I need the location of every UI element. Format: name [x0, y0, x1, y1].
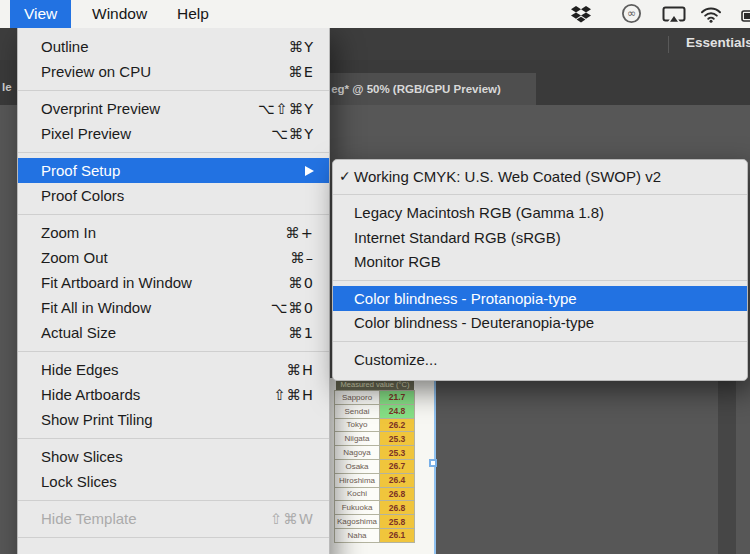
menu-item-lock-slices[interactable]: Lock Slices [18, 469, 329, 494]
submenu-item-monitor-rgb[interactable]: Monitor RGB [333, 250, 747, 275]
city-cell: Sapporo [334, 390, 380, 405]
menubar-item-view[interactable]: View [10, 0, 71, 28]
menu-separator [18, 90, 329, 91]
selection-handle[interactable] [429, 459, 437, 467]
city-cell: Osaka [334, 459, 380, 474]
menu-separator [18, 438, 329, 439]
menu-item-hide-artboards[interactable]: Hide Artboards⇧⌘H [18, 382, 329, 407]
view-menu: Outline⌘Y Preview on CPU⌘E Overprint Pre… [17, 28, 330, 554]
submenu-item-label: Legacy Macintosh RGB (Gamma 1.8) [354, 204, 735, 221]
table-row: Hiroshima26.4 [334, 473, 415, 488]
submenu-item-label: Working CMYK: U.S. Web Coated (SWOP) v2 [354, 168, 735, 185]
menu-item-shortcut: ⌘– [290, 250, 314, 266]
city-cell: Nagoya [334, 445, 380, 460]
menu-item-shortcut: ⇧⌘W [270, 511, 314, 527]
table-row: Osaka26.7 [334, 459, 415, 474]
submenu-item-label: Customize... [354, 351, 735, 368]
table-row: Nagoya25.3 [334, 445, 415, 460]
submenu-item-internet-standard-rgb[interactable]: Internet Standard RGB (sRGB) [333, 225, 747, 250]
temperature-table: Measured value (°C) Sapporo21.7 Sendai24… [334, 378, 415, 543]
value-cell: 25.3 [379, 431, 415, 446]
menu-item-label: Pixel Preview [41, 125, 271, 142]
menubar-item-window[interactable]: Window [78, 0, 161, 28]
table-row: Kochi26.8 [334, 487, 415, 502]
submenu-item-working-cmyk[interactable]: ✓Working CMYK: U.S. Web Coated (SWOP) v2 [333, 164, 747, 189]
menu-item-hide-template: Hide Template⇧⌘W [18, 506, 329, 531]
proof-setup-submenu: ✓Working CMYK: U.S. Web Coated (SWOP) v2… [332, 159, 748, 381]
menu-item-actual-size[interactable]: Actual Size⌘1 [18, 320, 329, 345]
city-cell: Tokyo [334, 418, 380, 433]
submenu-item-color-blindness-protanopia[interactable]: Color blindness - Protanopia-type [333, 286, 747, 311]
creative-cloud-icon[interactable]: ∞ [621, 3, 642, 28]
menu-item-label: Hide Edges [41, 361, 287, 378]
value-cell: 26.2 [379, 418, 415, 433]
menu-item-fit-all-in-window[interactable]: Fit All in Window⌥⌘0 [18, 295, 329, 320]
menu-item-label: Lock Slices [41, 473, 314, 490]
submenu-item-color-blindness-deuteranopia[interactable]: Color blindness - Deuteranopia-type [333, 311, 747, 336]
airplay-display-icon[interactable] [662, 6, 686, 28]
document-tab[interactable]: eg* @ 50% (RGB/GPU Preview) [296, 73, 536, 105]
menu-item-label: Overprint Preview [41, 100, 258, 117]
menu-item-show-slices[interactable]: Show Slices [18, 444, 329, 469]
value-cell: 24.8 [379, 404, 415, 419]
menubar-label: Window [92, 5, 147, 23]
menu-item-label: Hide Artboards [41, 386, 273, 403]
menu-item-label: Hide Template [41, 510, 270, 527]
city-cell: Sendai [334, 404, 380, 419]
city-cell: Fukuoka [334, 500, 380, 515]
city-cell: Niigata [334, 431, 380, 446]
menu-item-proof-colors[interactable]: Proof Colors [18, 183, 329, 208]
submenu-item-label: Color blindness - Protanopia-type [354, 290, 735, 307]
checkmark-icon: ✓ [339, 168, 354, 184]
menu-item-outline[interactable]: Outline⌘Y [18, 34, 329, 59]
menu-item-shortcut: ⌥⌘Y [271, 126, 314, 142]
menu-item-label: Fit All in Window [41, 299, 271, 316]
table-row: Sendai24.8 [334, 404, 415, 419]
menu-item-preview-on-cpu[interactable]: Preview on CPU⌘E [18, 59, 329, 84]
inactive-tab-fragment[interactable]: le [2, 81, 12, 93]
battery-icon[interactable] [741, 8, 750, 26]
menu-separator [333, 280, 747, 281]
value-cell: 26.8 [379, 487, 415, 502]
menu-item-overprint-preview[interactable]: Overprint Preview⌥⇧⌘Y [18, 96, 329, 121]
table-row: Niigata25.3 [334, 431, 415, 446]
menu-bar: View Window Help ∞ [0, 0, 750, 28]
city-cell: Hiroshima [334, 473, 380, 488]
menu-item-shortcut: ⌘E [288, 64, 314, 80]
menu-item-shortcut: ⌥⌘0 [271, 300, 314, 316]
dropbox-icon[interactable] [571, 5, 591, 27]
submenu-item-legacy-macintosh-rgb[interactable]: Legacy Macintosh RGB (Gamma 1.8) [333, 201, 747, 226]
submenu-item-label: Color blindness - Deuteranopia-type [354, 314, 735, 331]
workspace-switcher[interactable]: Essentials [686, 35, 750, 50]
menu-item-label: Proof Colors [41, 187, 314, 204]
screen: Measured value (°C) Sapporo21.7 Sendai24… [0, 0, 750, 554]
menu-item-fit-artboard-in-window[interactable]: Fit Artboard in Window⌘0 [18, 270, 329, 295]
menu-item-label: Show Slices [41, 448, 314, 465]
city-cell: Kochi [334, 487, 380, 502]
menubar-item-help[interactable]: Help [163, 0, 223, 28]
menu-item-label: Zoom In [41, 224, 285, 241]
menubar-label: Help [177, 5, 209, 23]
menu-item-shortcut: ⇧⌘H [273, 387, 314, 403]
menu-item-shortcut: ⌘+ [285, 225, 314, 241]
menu-item-label: Fit Artboard in Window [41, 274, 288, 291]
wifi-icon[interactable] [700, 6, 722, 27]
menu-item-show-print-tiling[interactable]: Show Print Tiling [18, 407, 329, 432]
menu-separator [18, 537, 329, 538]
menu-item-zoom-in[interactable]: Zoom In⌘+ [18, 220, 329, 245]
value-cell: 25.3 [379, 445, 415, 460]
menu-item-hide-edges[interactable]: Hide Edges⌘H [18, 357, 329, 382]
menu-item-label: Outline [41, 38, 289, 55]
city-cell: Naha [334, 528, 380, 543]
submenu-arrow-icon [305, 166, 314, 176]
menu-item-pixel-preview[interactable]: Pixel Preview⌥⌘Y [18, 121, 329, 146]
menu-item-proof-setup[interactable]: Proof Setup [18, 158, 329, 183]
menu-item-label: Actual Size [41, 324, 288, 341]
submenu-item-label: Internet Standard RGB (sRGB) [354, 229, 735, 246]
table-row: Naha26.1 [334, 528, 415, 543]
table-row: Sapporo21.7 [334, 390, 415, 405]
submenu-item-customize[interactable]: Customize... [333, 347, 747, 372]
menu-item-zoom-out[interactable]: Zoom Out⌘– [18, 245, 329, 270]
menu-separator [18, 500, 329, 501]
menu-item-label: Zoom Out [41, 249, 290, 266]
